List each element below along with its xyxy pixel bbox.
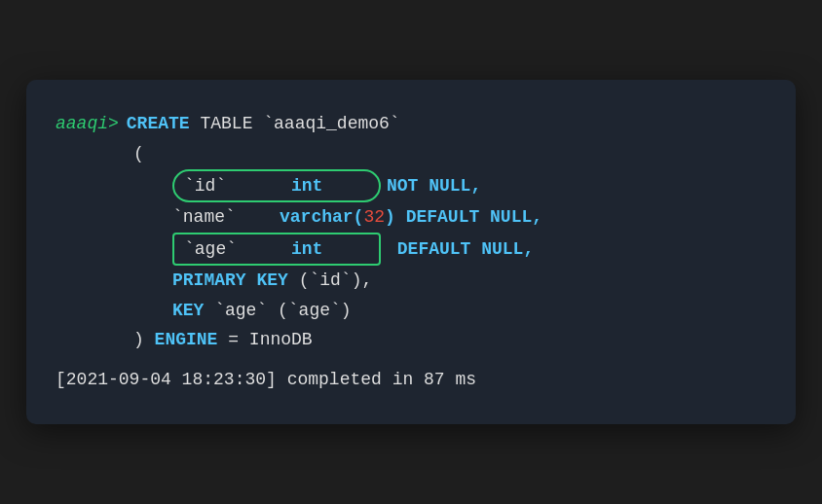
- id-col-name: `id`: [184, 171, 291, 201]
- keyword-create: CREATE: [127, 109, 190, 139]
- line-create-table: aaaqi> CREATE TABLE `aaaqi_demo6`: [56, 109, 757, 139]
- status-text: [2021-09-04 18:23:30] completed in 87 ms: [56, 365, 476, 395]
- code-block: aaaqi> CREATE TABLE `aaaqi_demo6` ( `id`…: [56, 109, 757, 394]
- engine-keyword: ENGINE: [155, 325, 218, 355]
- open-paren: (: [133, 139, 144, 169]
- name-type-close: ): [385, 202, 395, 233]
- line-field-name: `name` varchar(32) DEFAULT NULL,: [56, 202, 757, 233]
- age-highlight-rect: `age` int: [172, 233, 381, 267]
- age-type: int: [291, 234, 369, 265]
- line-open-paren: (: [56, 139, 757, 169]
- primary-key-value: (`id`),: [288, 266, 372, 296]
- keyword-table: TABLE: [190, 109, 264, 139]
- key-value: `age` (`age`): [204, 296, 351, 326]
- table-name: `aaaqi_demo6`: [263, 109, 399, 139]
- line-field-id: `id` int NOT NULL,: [56, 169, 757, 203]
- primary-key-keyword: PRIMARY KEY: [172, 266, 288, 296]
- name-constraint: DEFAULT NULL,: [395, 202, 542, 233]
- id-type: int: [291, 171, 369, 201]
- name-type-varchar: varchar(: [280, 202, 363, 233]
- prompt: aaaqi>: [56, 109, 119, 139]
- id-highlight-oval: `id` int: [172, 169, 381, 203]
- age-col-name: `age`: [184, 234, 291, 265]
- id-not-null: NOT NULL,: [387, 171, 481, 201]
- age-constraint: DEFAULT NULL,: [387, 234, 534, 265]
- name-type-num: 32: [363, 202, 385, 233]
- engine-value: = InnoDB: [217, 325, 312, 355]
- line-close-paren: ) ENGINE = InnoDB: [56, 325, 757, 355]
- key-keyword: KEY: [172, 296, 204, 326]
- line-primary-key: PRIMARY KEY (`id`),: [56, 266, 757, 296]
- status-line: [2021-09-04 18:23:30] completed in 87 ms: [56, 365, 757, 395]
- line-key: KEY `age` (`age`): [56, 296, 757, 326]
- line-field-age: `age` int DEFAULT NULL,: [56, 233, 757, 267]
- name-col-name: `name`: [172, 202, 280, 233]
- terminal-window: aaaqi> CREATE TABLE `aaaqi_demo6` ( `id`…: [26, 80, 796, 423]
- engine-text: ): [133, 325, 155, 355]
